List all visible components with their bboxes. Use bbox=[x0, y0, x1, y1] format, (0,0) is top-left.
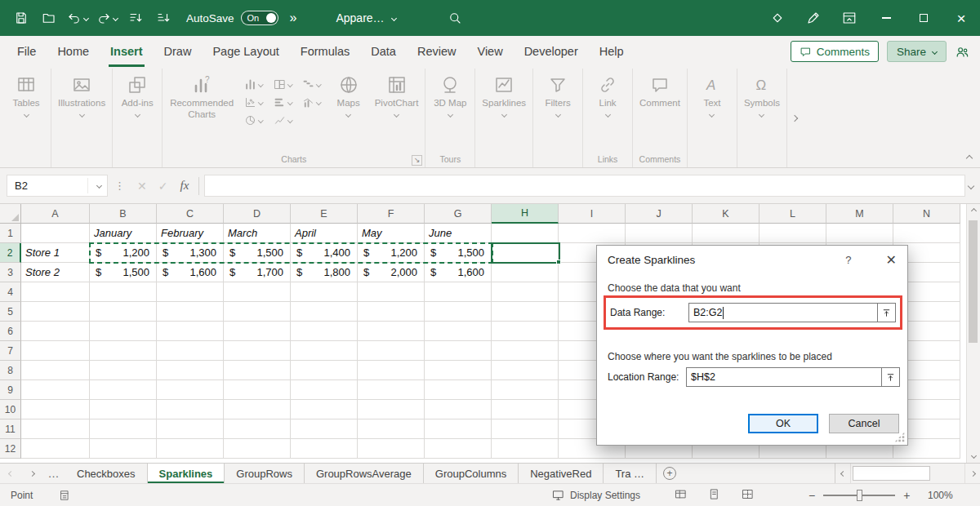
cell-F1[interactable]: May bbox=[358, 224, 425, 243]
save-button[interactable] bbox=[10, 6, 33, 30]
cell-A7[interactable] bbox=[21, 341, 90, 361]
autosave-control[interactable]: AutoSave On bbox=[186, 11, 278, 25]
cell-B12[interactable] bbox=[90, 439, 157, 459]
diamond-icon[interactable] bbox=[760, 0, 795, 36]
cell-C4[interactable] bbox=[157, 282, 224, 302]
normal-view-button[interactable] bbox=[675, 488, 687, 503]
comment-button[interactable]: Comment bbox=[635, 69, 684, 153]
autosave-toggle[interactable]: On bbox=[241, 11, 278, 25]
cell-G3[interactable]: $1,600 bbox=[425, 263, 492, 282]
search-button[interactable] bbox=[443, 6, 466, 30]
enter-entry-button[interactable]: ✓ bbox=[158, 180, 168, 193]
column-header-G[interactable]: G bbox=[425, 204, 492, 224]
cell-G7[interactable] bbox=[425, 341, 492, 361]
cell-H11[interactable] bbox=[492, 419, 559, 439]
cell-G1[interactable]: June bbox=[425, 224, 492, 243]
cell-E2[interactable]: $1,400 bbox=[291, 243, 358, 263]
cell-B5[interactable] bbox=[90, 302, 157, 322]
scroll-down-button[interactable] bbox=[967, 449, 980, 463]
cell-E8[interactable] bbox=[291, 361, 358, 380]
cancel-button[interactable]: Cancel bbox=[829, 414, 899, 433]
cell-C11[interactable] bbox=[157, 419, 224, 439]
cell-C12[interactable] bbox=[157, 439, 224, 459]
cell-F9[interactable] bbox=[358, 380, 425, 400]
column-header-C[interactable]: C bbox=[157, 204, 224, 224]
cell-E11[interactable] bbox=[291, 419, 358, 439]
cell-H4[interactable] bbox=[492, 282, 559, 302]
column-header-H[interactable]: H bbox=[492, 204, 559, 224]
cell-D3[interactable]: $1,700 bbox=[224, 263, 291, 282]
cell-A12[interactable] bbox=[21, 439, 90, 459]
cell-C6[interactable] bbox=[157, 322, 224, 341]
cell-E7[interactable] bbox=[291, 341, 358, 361]
data-range-collapse-button[interactable] bbox=[878, 303, 896, 322]
cell-G9[interactable] bbox=[425, 380, 492, 400]
sort-descending-button[interactable] bbox=[152, 6, 175, 30]
expand-formula-bar-button[interactable] bbox=[968, 182, 974, 189]
cell-B1[interactable]: January bbox=[90, 224, 157, 243]
vertical-scroll-track[interactable] bbox=[967, 218, 980, 449]
page-layout-view-button[interactable] bbox=[708, 488, 720, 503]
cell-F12[interactable] bbox=[358, 439, 425, 459]
cell-G11[interactable] bbox=[425, 419, 492, 439]
cell-H12[interactable] bbox=[492, 439, 559, 459]
cell-E1[interactable]: April bbox=[291, 224, 358, 243]
cell-E5[interactable] bbox=[291, 302, 358, 322]
location-range-input[interactable]: $H$2 bbox=[686, 367, 882, 387]
cell-G10[interactable] bbox=[425, 400, 492, 419]
ribbon-tab-data[interactable]: Data bbox=[360, 36, 407, 67]
cell-C1[interactable]: February bbox=[157, 224, 224, 243]
cell-F10[interactable] bbox=[358, 400, 425, 419]
ribbon-tab-formulas[interactable]: Formulas bbox=[290, 36, 360, 67]
cell-A6[interactable] bbox=[21, 322, 90, 341]
cell-E10[interactable] bbox=[291, 400, 358, 419]
cell-D11[interactable] bbox=[224, 419, 291, 439]
cell-E9[interactable] bbox=[291, 380, 358, 400]
page-break-view-button[interactable] bbox=[742, 488, 754, 503]
vertical-scroll-thumb[interactable] bbox=[969, 220, 978, 343]
sort-ascending-button[interactable] bbox=[124, 6, 147, 30]
ribbon-display-options-button[interactable] bbox=[831, 0, 867, 36]
column-header-M[interactable]: M bbox=[826, 204, 893, 224]
ribbon-tab-home[interactable]: Home bbox=[47, 36, 100, 67]
tables-button[interactable]: Tables bbox=[4, 69, 48, 153]
ribbon-overflow-icon[interactable] bbox=[791, 114, 798, 121]
zoom-slider[interactable] bbox=[823, 495, 895, 496]
cell-A10[interactable] bbox=[21, 400, 90, 419]
horizontal-scroll-track[interactable] bbox=[850, 464, 965, 483]
ribbon-tab-page-layout[interactable]: Page Layout bbox=[202, 36, 289, 67]
column-header-E[interactable]: E bbox=[291, 204, 358, 224]
dialog-close-button[interactable]: ✕ bbox=[886, 252, 897, 268]
new-sheet-button[interactable]: + bbox=[657, 464, 683, 483]
row-header-10[interactable]: 10 bbox=[0, 400, 21, 419]
close-button[interactable]: × bbox=[942, 0, 980, 36]
dialog-help-button[interactable]: ? bbox=[845, 254, 851, 266]
cell-H8[interactable] bbox=[492, 361, 559, 380]
cell-B9[interactable] bbox=[90, 380, 157, 400]
cell-D8[interactable] bbox=[224, 361, 291, 380]
cell-D1[interactable]: March bbox=[224, 224, 291, 243]
dialog-title-bar[interactable]: Create Sparklines ? ✕ bbox=[597, 246, 907, 273]
illustrations-button[interactable]: Illustrations bbox=[54, 69, 109, 153]
cell-A11[interactable] bbox=[21, 419, 90, 439]
cell-G6[interactable] bbox=[425, 322, 492, 341]
row-header-3[interactable]: 3 bbox=[0, 263, 21, 282]
column-header-B[interactable]: B bbox=[90, 204, 157, 224]
cell-B2[interactable]: $1,200 bbox=[90, 243, 157, 263]
cell-B8[interactable] bbox=[90, 361, 157, 380]
cell-E3[interactable]: $1,800 bbox=[291, 263, 358, 282]
cell-H6[interactable] bbox=[492, 322, 559, 341]
link-button[interactable]: Link bbox=[586, 69, 630, 153]
cell-A1[interactable] bbox=[21, 224, 90, 243]
vertical-scrollbar[interactable] bbox=[966, 204, 980, 463]
zoom-in-button[interactable]: + bbox=[903, 489, 910, 502]
cell-L1[interactable] bbox=[760, 224, 826, 243]
hierarchy-chart-button[interactable] bbox=[274, 78, 292, 91]
cell-A2[interactable]: Store 1 bbox=[21, 243, 90, 263]
ribbon-tab-insert[interactable]: Insert bbox=[100, 36, 154, 67]
filters-button[interactable]: Filters bbox=[536, 69, 580, 153]
row-header-8[interactable]: 8 bbox=[0, 361, 21, 380]
comments-button[interactable]: Comments bbox=[791, 41, 879, 62]
sparklines-button[interactable]: Sparklines bbox=[478, 69, 530, 153]
display-settings-button[interactable]: Display Settings bbox=[552, 484, 640, 506]
